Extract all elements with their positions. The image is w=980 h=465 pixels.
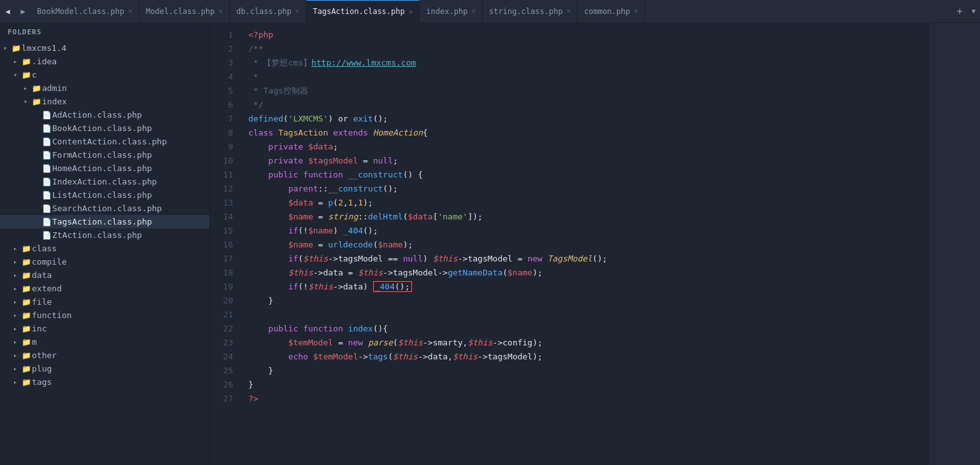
sidebar-file-item[interactable]: 📄ZtAction.class.php bbox=[0, 228, 209, 242]
tree-item-label: other bbox=[32, 350, 209, 360]
sidebar-folder-item[interactable]: ▸📁other bbox=[0, 349, 209, 362]
sidebar-folder-item[interactable]: ▸📁m bbox=[0, 335, 209, 349]
tab-close-icon[interactable]: ✕ bbox=[567, 7, 571, 15]
folder-icon: 📁 bbox=[10, 44, 22, 53]
sidebar-file-item[interactable]: 📄TagsAction.class.php bbox=[0, 215, 209, 228]
sidebar-folder-item[interactable]: ▾📁c bbox=[0, 68, 209, 81]
sidebar-folder-item[interactable]: ▾📁index bbox=[0, 95, 209, 108]
sidebar-folder-item[interactable]: ▸📁inc bbox=[0, 322, 209, 335]
sidebar-file-item[interactable]: 📄ContentAction.class.php bbox=[0, 135, 209, 148]
tab-close-icon[interactable]: ✕ bbox=[295, 7, 300, 15]
sidebar-folder-item[interactable]: ▸📁class bbox=[0, 242, 209, 255]
folder-icon: 📁 bbox=[31, 84, 42, 93]
code-line: * bbox=[248, 70, 929, 84]
sidebar-file-item[interactable]: 📄BookAction.class.php bbox=[0, 121, 209, 135]
line-number: 26 bbox=[210, 378, 233, 392]
tab-bookmodel[interactable]: BookModel.class.php✕ bbox=[31, 0, 139, 23]
code-line: private $tagsModel = null; bbox=[248, 154, 929, 168]
code-line: if($this->tagsModel == null) $this->tags… bbox=[248, 252, 929, 266]
tab-string[interactable]: string.class.php✕ bbox=[483, 0, 578, 23]
file-icon: 📄 bbox=[41, 204, 52, 213]
tree-item-label: AdAction.class.php bbox=[52, 110, 209, 120]
sidebar-folder-item[interactable]: ▸📁plug bbox=[0, 362, 209, 375]
folder-arrow-icon: ▸ bbox=[10, 378, 20, 385]
sidebar-header: FOLDERS bbox=[0, 23, 209, 41]
tab-prev-button[interactable]: ◀ bbox=[0, 0, 15, 23]
tree-item-label: IndexAction.class.php bbox=[52, 177, 209, 186]
tab-add-button[interactable]: + bbox=[952, 0, 967, 23]
code-line: $name = urldecode($name); bbox=[248, 238, 929, 252]
tab-close-icon[interactable]: ✕ bbox=[128, 7, 132, 15]
file-icon: 📄 bbox=[41, 137, 52, 146]
tab-label: string.class.php bbox=[489, 7, 563, 16]
folder-icon: 📁 bbox=[20, 244, 32, 253]
tab-label: TagsAction.class.php bbox=[313, 7, 405, 16]
code-line: public function index(){ bbox=[248, 322, 929, 336]
sidebar-file-item[interactable]: 📄HomeAction.class.php bbox=[0, 162, 209, 175]
tab-overflow-button[interactable]: ▼ bbox=[967, 0, 980, 23]
tree-item-label: FormAction.class.php bbox=[52, 150, 209, 160]
code-line: public function __construct() { bbox=[248, 168, 929, 182]
file-icon: 📄 bbox=[41, 124, 52, 133]
sidebar-folder-item[interactable]: ▸📁extend bbox=[0, 282, 209, 295]
tab-db[interactable]: db.class.php✕ bbox=[230, 0, 306, 23]
sidebar-folder-item[interactable]: ▸📁function bbox=[0, 309, 209, 322]
tree-item-label: .idea bbox=[32, 57, 209, 66]
line-number: 3 bbox=[210, 56, 233, 70]
tree-item-label: compile bbox=[32, 257, 209, 267]
tree-item-label: BookAction.class.php bbox=[52, 123, 209, 133]
folder-arrow-icon: ▾ bbox=[20, 98, 31, 105]
tab-label: index.php bbox=[426, 7, 467, 16]
tree-item-label: SearchAction.class.php bbox=[52, 204, 209, 213]
sidebar-tree: ▾📁lmxcms1.4▸📁.idea▾📁c▸📁admin▾📁index 📄AdA… bbox=[0, 41, 209, 389]
tab-close-icon[interactable]: ✕ bbox=[471, 7, 476, 15]
line-number: 8 bbox=[210, 126, 233, 140]
code-line: ?> bbox=[248, 392, 929, 406]
sidebar-file-item[interactable]: 📄IndexAction.class.php bbox=[0, 175, 209, 188]
code-content[interactable]: <?php/** * 【梦想cms】http://www.lmxcms.com … bbox=[241, 23, 929, 465]
tab-close-icon[interactable]: ✕ bbox=[218, 7, 223, 15]
sidebar-file-item[interactable]: 📄AdAction.class.php bbox=[0, 108, 209, 121]
folder-icon: 📁 bbox=[20, 284, 32, 293]
sidebar-folder-item[interactable]: ▸📁data bbox=[0, 268, 209, 282]
folder-icon: 📁 bbox=[20, 311, 32, 320]
sidebar-file-item[interactable]: 📄SearchAction.class.php bbox=[0, 202, 209, 215]
tab-tagsaction[interactable]: TagsAction.class.php✕ bbox=[306, 0, 420, 23]
folder-arrow-icon: ▸ bbox=[10, 285, 20, 292]
sidebar-folder-item[interactable]: ▾📁lmxcms1.4 bbox=[0, 41, 209, 55]
sidebar-folder-item[interactable]: ▸📁file bbox=[0, 295, 209, 309]
file-icon: 📄 bbox=[41, 177, 52, 186]
sidebar-file-item[interactable]: 📄FormAction.class.php bbox=[0, 148, 209, 162]
tab-model[interactable]: Model.class.php✕ bbox=[139, 0, 230, 23]
sidebar-folder-item[interactable]: ▸📁compile bbox=[0, 255, 209, 268]
sidebar-file-item[interactable]: 📄ListAction.class.php bbox=[0, 188, 209, 202]
file-icon: 📄 bbox=[41, 164, 52, 173]
line-number: 4 bbox=[210, 70, 233, 84]
tab-index[interactable]: index.php✕ bbox=[420, 0, 483, 23]
folder-arrow-icon: ▸ bbox=[10, 325, 20, 332]
folder-icon: 📁 bbox=[20, 258, 32, 267]
folder-arrow-icon: ▸ bbox=[10, 352, 20, 359]
folder-icon: 📁 bbox=[20, 351, 32, 360]
tab-close-icon[interactable]: ✕ bbox=[409, 8, 413, 16]
line-number: 13 bbox=[210, 196, 233, 210]
line-number: 11 bbox=[210, 168, 233, 182]
tab-label: db.class.php bbox=[236, 7, 292, 16]
sidebar-folder-item[interactable]: ▸📁admin bbox=[0, 81, 209, 95]
folder-icon: 📁 bbox=[20, 324, 32, 333]
tree-item-label: index bbox=[42, 97, 209, 106]
sidebar-folder-item[interactable]: ▸📁.idea bbox=[0, 55, 209, 68]
tab-next-button[interactable]: ▶ bbox=[15, 0, 31, 23]
code-line: $temModel = new parse($this->smarty,$thi… bbox=[248, 336, 929, 350]
line-number: 19 bbox=[210, 280, 233, 294]
line-number: 14 bbox=[210, 210, 233, 224]
code-line: parent::__construct(); bbox=[248, 182, 929, 196]
code-line: <?php bbox=[248, 28, 929, 42]
line-number: 2 bbox=[210, 42, 233, 56]
tab-common[interactable]: common.php✕ bbox=[578, 0, 645, 23]
sidebar-folder-item[interactable]: ▸📁tags bbox=[0, 375, 209, 389]
code-line: } bbox=[248, 294, 929, 308]
tab-close-icon[interactable]: ✕ bbox=[634, 7, 638, 15]
tree-item-label: file bbox=[32, 297, 209, 307]
line-number: 21 bbox=[210, 308, 233, 322]
